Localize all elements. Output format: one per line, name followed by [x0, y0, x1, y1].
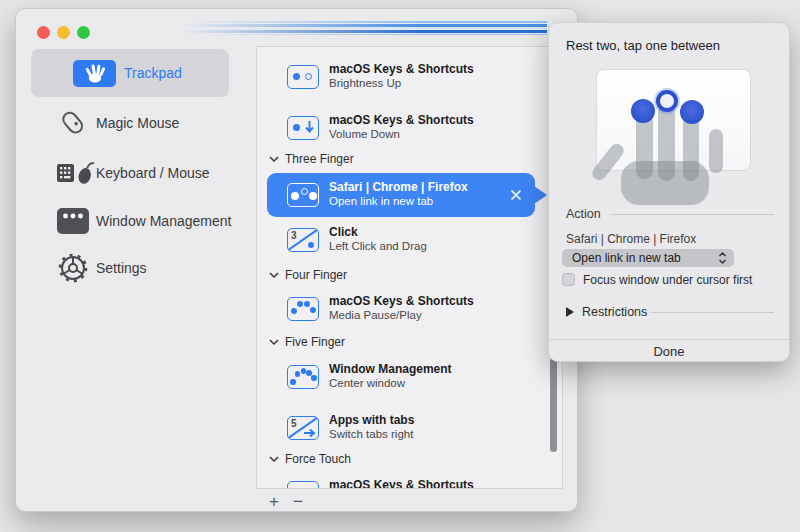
section-header-force-touch[interactable]: Force Touch	[269, 451, 351, 467]
sidebar-item-label: Trackpad	[124, 65, 182, 81]
focus-window-checkbox[interactable]	[562, 273, 575, 286]
gesture-title: Apps with tabs	[329, 413, 414, 427]
tap-finger-dot	[656, 90, 678, 112]
sidebar-item-window-management[interactable]: Window Management	[31, 197, 229, 245]
gesture-row[interactable]: 3 Click Left Click and Drag	[257, 218, 562, 262]
add-gesture-button[interactable]: +	[264, 492, 284, 512]
sidebar-item-keyboard-mouse[interactable]: Keyboard / Mouse	[31, 149, 229, 197]
trackpad-icon	[73, 60, 116, 87]
palm	[621, 161, 709, 205]
section-header-three-finger[interactable]: Three Finger	[269, 151, 354, 167]
sidebar-item-label: Settings	[96, 260, 147, 276]
scrollbar-thumb[interactable]	[550, 358, 557, 452]
gesture-subtitle: Left Click and Drag	[329, 240, 427, 252]
section-divider	[651, 312, 774, 313]
gesture-subtitle: Switch tabs right	[329, 428, 413, 440]
gesture-row[interactable]: Window Management Center window	[257, 355, 562, 399]
popover-tail-arrow	[534, 186, 547, 204]
four-finger-tap-icon	[287, 297, 319, 321]
action-dropdown[interactable]: Open link in new tab	[562, 249, 734, 267]
restrictions-disclosure[interactable]: Restrictions	[566, 305, 647, 319]
chevron-down-icon	[269, 156, 279, 162]
magic-mouse-icon	[55, 106, 91, 140]
gesture-title: Safari | Chrome | Firefox	[329, 180, 468, 194]
action-section-label: Action	[566, 207, 601, 221]
gesture-description: Rest two, tap one between	[566, 38, 720, 53]
gesture-subtitle: Open link in new tab	[329, 195, 433, 207]
gesture-detail-popover: Rest two, tap one between Action Safari …	[548, 22, 790, 362]
focus-window-checkbox-label: Focus window under cursor first	[583, 273, 752, 287]
chevron-down-icon	[269, 456, 279, 462]
gesture-row[interactable]: macOS Keys & Shortcuts Media Pause/Play	[257, 287, 562, 331]
section-divider	[611, 214, 774, 215]
pinky-finger	[709, 129, 723, 173]
done-button[interactable]: Done	[549, 340, 789, 363]
rest-two-tap-one-icon	[287, 183, 319, 207]
section-header-five-finger[interactable]: Five Finger	[269, 334, 345, 350]
keyboard-mouse-icon	[55, 156, 99, 190]
two-finger-tap-icon	[287, 65, 319, 89]
sidebar-item-label: Keyboard / Mouse	[96, 165, 210, 181]
gesture-subtitle: Brightness Up	[329, 77, 401, 89]
gesture-title: macOS Keys & Shortcuts	[329, 113, 474, 127]
gesture-subtitle: Media Pause/Play	[329, 309, 422, 321]
sidebar-item-settings[interactable]: Settings	[31, 244, 229, 292]
sidebar-item-label: Window Management	[96, 213, 231, 229]
gesture-subtitle: Center window	[329, 377, 405, 389]
resting-finger-dot-right	[680, 100, 704, 124]
settings-gear-icon	[55, 251, 91, 285]
dropdown-chevrons-icon	[718, 252, 727, 264]
chevron-down-icon	[269, 272, 279, 278]
finger-count-badge: 5	[291, 418, 297, 429]
gesture-row[interactable]: 5 Apps with tabs Switch tabs right	[257, 406, 562, 450]
gesture-title: Window Management	[329, 362, 452, 376]
gesture-row[interactable]: macOS Keys & Shortcuts Volume Down	[257, 106, 562, 150]
three-finger-drag-icon: 3	[287, 228, 319, 252]
gesture-row[interactable]: macOS Keys & Shortcuts	[257, 471, 562, 489]
gesture-title: macOS Keys & Shortcuts	[329, 294, 474, 308]
gesture-list-panel: macOS Keys & Shortcuts Brightness Up mac…	[256, 46, 563, 489]
resting-finger-dot-left	[631, 99, 655, 123]
two-finger-volume-down-icon	[287, 116, 319, 140]
target-apps-label: Safari | Chrome | Firefox	[566, 232, 696, 246]
restrictions-label: Restrictions	[582, 305, 647, 319]
section-label: Three Finger	[285, 152, 354, 166]
section-header-four-finger[interactable]: Four Finger	[269, 267, 347, 283]
gesture-row-selected[interactable]: Safari | Chrome | Firefox Open link in n…	[267, 173, 535, 217]
app-window: Trackpad Magic Mouse	[15, 8, 578, 512]
section-label: Force Touch	[285, 452, 351, 466]
gesture-title: macOS Keys & Shortcuts	[329, 478, 474, 489]
window-management-icon	[55, 204, 91, 238]
chevron-down-icon	[269, 339, 279, 345]
sidebar-item-trackpad[interactable]: Trackpad	[31, 49, 229, 97]
finger-count-badge: 3	[291, 230, 297, 241]
close-icon[interactable]	[509, 188, 523, 202]
close-window-button[interactable]	[37, 26, 50, 39]
section-label: Five Finger	[285, 335, 345, 349]
sidebar-item-magic-mouse[interactable]: Magic Mouse	[31, 99, 229, 147]
sidebar-item-label: Magic Mouse	[96, 115, 179, 131]
gesture-subtitle: Volume Down	[329, 128, 400, 140]
gesture-title: Click	[329, 225, 358, 239]
gesture-title: macOS Keys & Shortcuts	[329, 62, 474, 76]
minimize-window-button[interactable]	[57, 26, 70, 39]
zoom-window-button[interactable]	[77, 26, 90, 39]
gesture-row[interactable]: macOS Keys & Shortcuts Brightness Up	[257, 55, 562, 99]
five-finger-tap-icon	[287, 365, 319, 389]
force-touch-icon	[287, 481, 319, 489]
section-label: Four Finger	[285, 268, 347, 282]
action-dropdown-value: Open link in new tab	[572, 251, 681, 265]
five-finger-swipe-right-icon: 5	[287, 416, 319, 440]
remove-gesture-button[interactable]: −	[288, 492, 308, 512]
disclosure-triangle-icon	[566, 307, 574, 317]
